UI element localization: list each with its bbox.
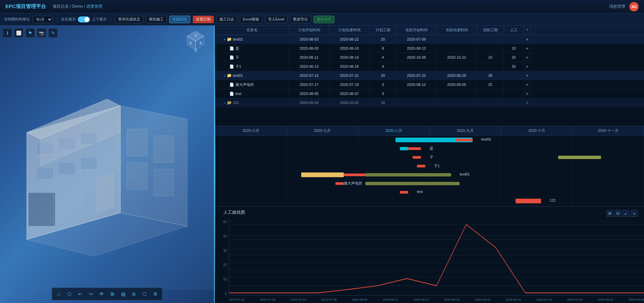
cube-navigator[interactable]: 上 左 右 后: [184, 30, 207, 53]
breadcrumb-item-2[interactable]: Demo: [72, 4, 83, 9]
export-data-button[interactable]: 数据导出: [290, 16, 311, 23]
gantt-bar-actual[interactable]: [400, 191, 409, 194]
folder-icon: 📁: [227, 100, 232, 105]
toggle-switch[interactable]: [78, 16, 90, 22]
gantt-bar-actual[interactable]: [344, 173, 365, 176]
3d-viewport[interactable]: ℹ ⬜ ⚑ 📷 ✎ 上 左 右 后: [0, 26, 215, 303]
measure-tool[interactable]: ⬜: [14, 28, 23, 38]
gantt-row-121[interactable]: 121: [215, 197, 644, 205]
add-subtask-btn[interactable]: +: [524, 62, 531, 71]
gantt-row-shi[interactable]: 是: [215, 144, 644, 153]
add-subtask-btn[interactable]: +: [524, 35, 531, 44]
model-btn[interactable]: ⬡: [140, 289, 149, 299]
gantt-bar-plan[interactable]: [301, 172, 344, 177]
home-view-btn[interactable]: ⌂: [54, 289, 63, 299]
gantt-row-test[interactable]: test: [215, 188, 644, 197]
section-btn[interactable]: ▤: [118, 289, 128, 299]
gantt-row-test01[interactable]: test01: [215, 170, 644, 179]
all-fold-button[interactable]: 全部归位: [169, 16, 190, 23]
gantt-bar-right[interactable]: [558, 156, 601, 159]
breadcrumb-item-1[interactable]: 项目总览: [53, 4, 69, 9]
query-status-button[interactable]: 查询完成状态: [115, 16, 143, 23]
gantt-row-saddso[interactable]: 撒大声地所: [215, 179, 644, 188]
real-end-cell: 2020-09-05: [437, 80, 477, 89]
collapse-icon[interactable]: ▪: [224, 101, 225, 105]
color-desc-button[interactable]: 颜色说明: [314, 16, 334, 23]
labor-cell: [504, 80, 524, 89]
plan-end-cell: 2020-08-22: [329, 35, 370, 44]
table-row[interactable]: 📄 test 2020-08-05 2020-08-07 3 +: [215, 89, 644, 98]
wireframe-btn[interactable]: ⬡: [65, 289, 74, 299]
gantt-row-zi1[interactable]: 子1: [215, 162, 644, 170]
table-row[interactable]: ▪ 📁 test01 2020-07-12 2020-07-31 20 2020…: [215, 71, 644, 80]
undo-btn[interactable]: ↩: [75, 289, 85, 299]
x-label-4: 2020-07-30: [321, 298, 337, 301]
time-unit-select[interactable]: 年/月 年/季 年/周: [33, 16, 53, 23]
settings-btn[interactable]: ⚙: [151, 289, 160, 299]
visibility-btn[interactable]: 👁: [97, 289, 106, 299]
y-label-30: 30: [223, 249, 227, 253]
table-row[interactable]: 📄 子 2020-08-11 2020-08-14 4 2020-10-08 2…: [215, 53, 644, 62]
plan-start-cell: 2020-08-11: [289, 53, 329, 62]
table-row[interactable]: 📄 是 2020-08-03 2020-08-10 8 2020-08-13 1…: [215, 44, 644, 53]
gantt-table[interactable]: 任务名 计划开始时间 计划结束时间 计划工期 实际开始时间 实际结束时间 实际工…: [215, 26, 644, 126]
redo-btn[interactable]: ↪: [86, 289, 96, 299]
edit-tool[interactable]: ✎: [48, 28, 58, 38]
gantt-bar-extend[interactable]: [365, 182, 460, 185]
divider-2: [111, 16, 111, 23]
col-real-days: 实际工期: [477, 26, 504, 35]
gantt-bar-actual[interactable]: [516, 199, 541, 203]
gantt-bar-actual[interactable]: [408, 147, 421, 150]
task-name-label: test02: [233, 37, 243, 41]
gantt-row-zi[interactable]: 子: [215, 153, 644, 162]
table-row[interactable]: 📄 子1 2020-08-13 2020-08-16 4 30 +: [215, 62, 644, 71]
collapse-icon[interactable]: ▪: [224, 38, 225, 41]
col-add[interactable]: +: [524, 26, 531, 35]
simulate-button[interactable]: 模拟施工: [146, 16, 167, 23]
explode-btn[interactable]: ⊞: [108, 289, 117, 299]
bookmark-tool[interactable]: ⚑: [25, 28, 35, 38]
x-label-12: 2020-09-16: [567, 298, 583, 301]
gantt-bars-container: test02 是 子: [215, 136, 644, 205]
excel-template-button[interactable]: Excel模板: [240, 16, 262, 23]
gantt-bar-actual[interactable]: [455, 139, 473, 141]
table-row[interactable]: ▪ 📁 121 2020-09-24 2020-10-02 10 +: [215, 98, 644, 107]
add-subtask-btn[interactable]: +: [524, 80, 531, 89]
x-label-10: 2020-09-04: [505, 298, 521, 301]
add-subtask-btn[interactable]: +: [524, 53, 531, 62]
table-row[interactable]: ▪ 📁 test02 2020-08-03 2020-08-22 20 2020…: [215, 35, 644, 44]
set-date-button[interactable]: 设置日期: [193, 16, 214, 23]
user-avatar[interactable]: AD: [629, 2, 639, 11]
labor-expand-btn[interactable]: ⊞: [606, 210, 613, 217]
breadcrumb-item-3[interactable]: 进度管理: [86, 4, 102, 9]
gantt-row-test02[interactable]: test02: [215, 136, 644, 144]
labor-collapse-btn[interactable]: ⊟: [614, 210, 621, 217]
plan-end-cell: 2020-07-31: [329, 71, 370, 80]
add-subtask-btn[interactable]: +: [524, 71, 531, 80]
collapse-icon[interactable]: ▪: [224, 74, 225, 78]
messages-button[interactable]: 消息管理: [609, 4, 625, 9]
labor-scroll-right-btn[interactable]: ↘: [631, 210, 637, 217]
layers-btn[interactable]: ⧉: [129, 289, 139, 299]
gantt-bar-plan[interactable]: [400, 147, 409, 150]
construction-log-button[interactable]: 施工日志: [216, 16, 237, 23]
real-days-cell: [477, 98, 504, 107]
gantt-bar-actual[interactable]: [335, 182, 344, 185]
add-subtask-btn[interactable]: +: [524, 98, 531, 107]
real-start-cell: 2020-07-22: [396, 71, 437, 80]
task-name-label: 121: [233, 101, 239, 105]
right-panel: 任务名 计划开始时间 计划结束时间 计划工期 实际开始时间 实际结束时间 实际工…: [215, 26, 644, 303]
real-start-cell: [396, 98, 437, 107]
labor-scroll-left-btn[interactable]: ↙: [623, 210, 629, 217]
gantt-chart: 2020-六月 2020-七月 2020-八月 2020-九月 2020-十月 …: [215, 126, 644, 207]
screenshot-tool[interactable]: 📷: [37, 28, 46, 38]
table-row[interactable]: 📄 撒大声地所 2020-07-17 2020-07-19 3 2020-08-…: [215, 80, 644, 89]
import-excel-button[interactable]: 导入Excel: [265, 16, 287, 23]
gantt-bar-actual[interactable]: [413, 156, 421, 159]
add-subtask-btn[interactable]: +: [524, 44, 531, 53]
gantt-bar-extend[interactable]: [365, 173, 451, 176]
add-subtask-btn[interactable]: +: [524, 89, 531, 98]
gantt-bar-actual[interactable]: [417, 165, 426, 167]
task-name-cell: 📄 是: [215, 44, 289, 53]
info-tool[interactable]: ℹ: [3, 28, 12, 38]
